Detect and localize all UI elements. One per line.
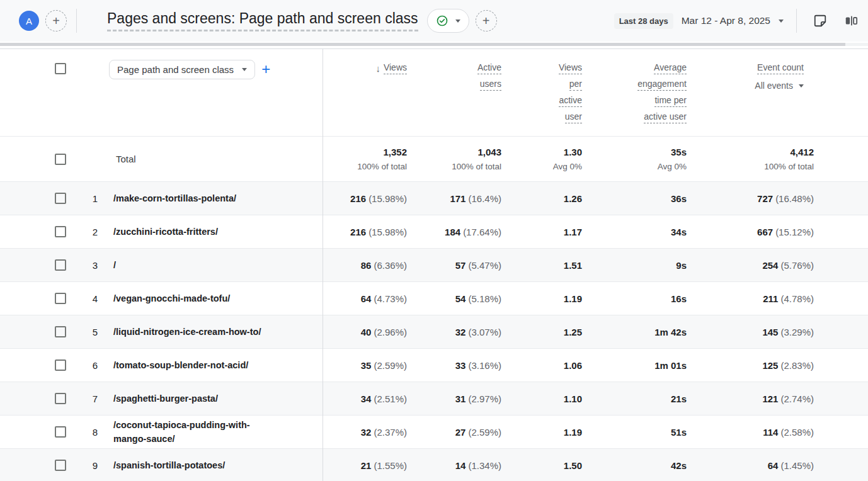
- column-header-views-per-active-user[interactable]: Views per active user: [501, 49, 582, 130]
- page-path: /: [105, 258, 323, 272]
- row-checkbox[interactable]: [55, 326, 66, 337]
- sticky-note-icon: [813, 14, 827, 28]
- page-path: /tomato-soup-blender-not-acid/: [105, 358, 323, 372]
- views-cell: 40(2.96%): [323, 327, 407, 337]
- check-circle-icon: [436, 14, 448, 27]
- column-header-views[interactable]: ↓ Views: [323, 49, 407, 130]
- avatar[interactable]: A: [19, 11, 39, 31]
- row-checkbox[interactable]: [55, 259, 66, 271]
- avg-engagement-cell: 21s: [582, 393, 687, 404]
- date-preset-badge: Last 28 days: [614, 13, 673, 29]
- row-checkbox[interactable]: [55, 460, 66, 471]
- column-divider: [323, 49, 323, 481]
- avg-engagement-cell: 42s: [582, 460, 687, 471]
- row-index: 2: [69, 227, 105, 237]
- row-index: 5: [69, 327, 105, 337]
- views-cell: 86(6.36%): [323, 260, 407, 271]
- column-header-avg-engagement-time[interactable]: Average engagement time per active user: [582, 49, 687, 130]
- add-report-item-button[interactable]: +: [476, 10, 497, 31]
- active-users-cell: 57(5.47%): [407, 260, 501, 271]
- views-per-user-cell: 1.51: [501, 260, 582, 271]
- column-header-event-count[interactable]: Event count All events: [687, 49, 814, 130]
- dimension-selector-label: Page path and screen class: [117, 64, 234, 75]
- analytics-report-page: A + Pages and screens: Page path and scr…: [0, 0, 868, 481]
- scrollbar-thumb[interactable]: [0, 43, 845, 46]
- views-per-user-cell: 1.25: [501, 327, 582, 337]
- plus-icon: +: [483, 14, 490, 27]
- active-users-cell: 33(3.16%): [407, 360, 501, 371]
- total-views-per-user: 1.30Avg 0%: [501, 147, 582, 171]
- row-index: 7: [69, 393, 105, 404]
- page-path: /zucchini-ricotta-fritters/: [105, 225, 323, 239]
- add-comparison-button[interactable]: +: [45, 10, 67, 31]
- table-row: 4 /vegan-gnocchi-made-tofu/ 64(4.73%) 54…: [0, 281, 868, 315]
- views-per-user-cell: 1.19: [501, 427, 582, 438]
- active-users-cell: 14(1.34%): [407, 460, 501, 471]
- event-count-cell: 254(5.76%): [687, 260, 814, 271]
- table-row: 2 /zucchini-ricotta-fritters/ 216(15.98%…: [0, 215, 868, 248]
- event-count-cell: 145(3.29%): [687, 327, 814, 337]
- chevron-down-icon: [455, 20, 460, 23]
- insights-note-button[interactable]: [813, 14, 827, 28]
- views-cell: 64(4.73%): [323, 293, 407, 304]
- total-event-count: 4,412100% of total: [687, 147, 814, 171]
- total-active-users: 1,043100% of total: [407, 147, 501, 171]
- page-path: /liquid-nitrogen-ice-cream-how-to/: [105, 325, 323, 339]
- date-range-label: Mar 12 - Apr 8, 2025: [682, 15, 770, 26]
- row-checkbox[interactable]: [55, 193, 66, 204]
- total-row-checkbox[interactable]: [55, 154, 66, 165]
- horizontal-scrollbar[interactable]: [0, 43, 868, 46]
- sort-descending-icon: ↓: [375, 63, 380, 74]
- edit-comparisons-button[interactable]: [844, 14, 858, 28]
- chevron-down-icon: [779, 20, 784, 23]
- table-row: 3 / 86(6.36%) 57(5.47%) 1.51 9s 254(5.76…: [0, 248, 868, 281]
- views-per-user-cell: 1.26: [501, 193, 582, 204]
- page-path: /coconut-tapioca-pudding-with-mango-sauc…: [105, 418, 271, 446]
- views-cell: 35(2.59%): [323, 360, 407, 371]
- views-cell: 216(15.98%): [323, 193, 407, 204]
- header-divider: [76, 9, 77, 33]
- report-status-button[interactable]: [427, 9, 469, 33]
- page-title[interactable]: Pages and screens: Page path and screen …: [107, 10, 418, 31]
- event-count-cell: 727(16.48%): [687, 193, 814, 204]
- date-range-picker[interactable]: Mar 12 - Apr 8, 2025: [682, 15, 784, 26]
- event-filter-dropdown[interactable]: All events: [755, 81, 804, 91]
- active-users-cell: 31(2.97%): [407, 393, 501, 404]
- views-cell: 32(2.37%): [323, 427, 407, 438]
- event-count-cell: 211(4.78%): [687, 293, 814, 304]
- event-count-cell: 121(2.74%): [687, 393, 814, 404]
- avg-engagement-cell: 1m 01s: [582, 360, 687, 371]
- event-count-cell: 64(1.45%): [687, 460, 814, 471]
- header-right-group: Last 28 days Mar 12 - Apr 8, 2025: [614, 9, 858, 33]
- dimension-selector[interactable]: Page path and screen class: [109, 60, 255, 79]
- table-row: 1 /make-corn-tortillas-polenta/ 216(15.9…: [0, 181, 868, 215]
- row-checkbox[interactable]: [55, 359, 66, 371]
- row-index: 3: [69, 260, 105, 271]
- row-index: 9: [69, 460, 105, 471]
- table-row: 8 /coconut-tapioca-pudding-with-mango-sa…: [0, 415, 868, 448]
- row-checkbox[interactable]: [55, 393, 66, 404]
- table-row: 5 /liquid-nitrogen-ice-cream-how-to/ 40(…: [0, 315, 868, 348]
- row-checkbox[interactable]: [55, 293, 66, 304]
- total-label: Total: [69, 154, 323, 164]
- active-users-cell: 184(17.64%): [407, 227, 501, 237]
- avg-engagement-cell: 51s: [582, 427, 687, 438]
- event-count-cell: 667(15.12%): [687, 227, 814, 237]
- column-header-active-users[interactable]: Active users: [407, 49, 501, 130]
- select-all-checkbox[interactable]: [55, 63, 66, 74]
- views-cell: 21(1.55%): [323, 460, 407, 471]
- row-checkbox[interactable]: [55, 226, 66, 237]
- avg-engagement-cell: 36s: [582, 193, 687, 204]
- add-dimension-button[interactable]: +: [261, 60, 270, 79]
- active-users-cell: 171(16.4%): [407, 193, 501, 204]
- views-per-user-cell: 1.19: [501, 293, 582, 304]
- row-checkbox[interactable]: [55, 426, 66, 438]
- report-table: Page path and screen class + ↓ Views Act…: [0, 48, 868, 481]
- avatar-letter: A: [26, 16, 32, 26]
- table-row: 7 /spaghetti-burger-pasta/ 34(2.51%) 31(…: [0, 382, 868, 415]
- table-header-row: Page path and screen class + ↓ Views Act…: [0, 49, 868, 136]
- row-index: 4: [69, 293, 105, 304]
- event-count-cell: 114(2.58%): [687, 427, 814, 438]
- views-per-user-cell: 1.50: [501, 460, 582, 471]
- header-divider: [796, 9, 797, 33]
